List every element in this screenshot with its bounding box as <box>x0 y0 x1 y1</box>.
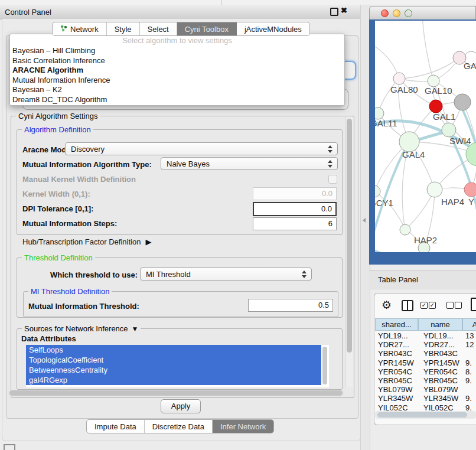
network-node[interactable] <box>442 123 456 137</box>
apply-button[interactable]: Apply <box>161 399 201 413</box>
data-attributes-list[interactable]: SelfLoopsTopologicalCoefficientBetweenne… <box>26 345 329 387</box>
settings-vertical-scrollbar-thumb[interactable] <box>347 119 352 353</box>
table-row[interactable]: YLR345WYLR345W9. <box>375 394 476 403</box>
table-horizontal-scrollbar-thumb[interactable] <box>377 412 467 418</box>
table-cell: YDL19... <box>375 331 418 340</box>
network-node[interactable] <box>464 182 476 197</box>
network-edge[interactable] <box>422 21 433 81</box>
attribute-list-item-selected[interactable]: SelfLoops <box>26 345 321 355</box>
tab-label: jActiveMNodules <box>244 25 302 34</box>
algorithm-option[interactable]: Bayesian – K2 <box>10 85 344 95</box>
gear-icon[interactable]: ⚙ <box>382 298 392 312</box>
hub-definition-label: Hub/Transcription Factor Definition <box>22 237 141 246</box>
splitter-collapse-icon[interactable] <box>363 218 366 223</box>
algorithm-option[interactable]: Bayesian – Hill Climbing <box>10 46 344 56</box>
network-node-label: GAL11 <box>375 118 397 128</box>
select-all-check-icon[interactable]: ✓ <box>420 302 428 309</box>
float-window-icon[interactable] <box>330 8 338 16</box>
window-minimize-light-icon[interactable] <box>393 9 400 17</box>
network-icon <box>60 25 67 34</box>
select-all-check-icon[interactable]: ✓ <box>429 302 436 309</box>
attribute-list-item-selected[interactable]: gal4RGexp <box>26 375 321 385</box>
cyni-mode-tabs: Impute DataDiscretize DataInfer Network <box>86 419 274 433</box>
sources-title[interactable]: Sources for Network Inference▼ <box>22 324 141 333</box>
network-node-label: SWI4 <box>449 136 471 146</box>
combo-spinner-icon <box>302 270 307 279</box>
table-row[interactable]: YBL079WYBL079W <box>375 385 476 394</box>
tab-style[interactable]: Style <box>107 22 140 35</box>
network-edge[interactable] <box>375 44 399 79</box>
table-row[interactable]: YDL19...YDL19...13 <box>375 331 476 340</box>
dpi-tolerance-field[interactable]: 0.0 <box>253 202 337 216</box>
table-row[interactable]: YDR27...YDR27...12 <box>375 340 476 349</box>
list-scrollbar-thumb[interactable] <box>322 347 327 384</box>
table-cell: YER054C <box>418 367 462 376</box>
column-header-name[interactable]: name <box>418 318 462 331</box>
window-close-light-icon[interactable] <box>381 9 389 17</box>
table-cell: YBL079W <box>418 385 462 394</box>
minimized-panel-icon[interactable] <box>4 444 15 450</box>
column-header-shared-name[interactable]: shared... <box>375 318 418 331</box>
network-canvas[interactable]: GALGAL80GAL10GAL1GAL11SWI4GAL4GCY1HAP4YH… <box>375 21 476 252</box>
mi-steps-field[interactable]: 6 <box>253 217 337 230</box>
which-threshold-label: Which threshold to use: <box>50 270 138 279</box>
aracne-mode-combo[interactable]: Discovery <box>65 142 338 155</box>
tab-label: Network <box>70 25 99 34</box>
screen: Control Panel ✖ NetworkStyleSelectCyni T… <box>0 0 476 450</box>
hub-definition-toggle[interactable]: Hub/Transcription Factor Definition▶ <box>22 237 151 246</box>
table-cell: 9. <box>462 394 476 403</box>
deselect-all-icon[interactable] <box>455 302 462 309</box>
network-node-label: HAP4 <box>441 197 464 207</box>
columns-icon-divider <box>407 301 408 310</box>
network-node[interactable] <box>399 132 419 152</box>
columns-icon[interactable] <box>402 300 413 311</box>
algorithm-option[interactable]: Mutual Information Inference <box>10 76 344 86</box>
table-row[interactable]: YBR045CYBR045C9. <box>375 376 476 385</box>
table-cell: 9. <box>462 376 476 385</box>
mi-type-combo[interactable]: Naive Bayes <box>161 157 338 170</box>
network-node[interactable] <box>375 107 384 119</box>
network-edge[interactable] <box>399 58 459 79</box>
attribute-list-item-selected[interactable]: TopologicalCoefficient <box>26 355 321 365</box>
which-threshold-combo[interactable]: MI Threshold <box>140 268 312 281</box>
table-row[interactable]: YPR145WYPR145W9. <box>375 358 476 367</box>
mi-threshold-label: Mutual Information Threshold: <box>28 302 139 311</box>
column-header-clipped[interactable]: A <box>462 318 476 331</box>
tab-label: Style <box>115 25 132 34</box>
settings-horizontal-scrollbar-thumb[interactable] <box>9 390 343 396</box>
tab-network[interactable]: Network <box>53 22 107 35</box>
network-node[interactable] <box>428 75 439 87</box>
table-cell: 12 <box>462 340 476 349</box>
tab-jactivemnodules[interactable]: jActiveMNodules <box>237 22 309 35</box>
table-cell: 13 <box>462 331 476 340</box>
tab-cyni-toolbox[interactable]: Cyni Toolbox <box>177 22 237 35</box>
network-node[interactable] <box>393 73 405 84</box>
algorithm-option[interactable]: Dream8 DC_TDC Algorithm <box>10 95 344 105</box>
algorithm-option[interactable]: ARACNE Algorithm <box>10 66 344 76</box>
tab-impute-data[interactable]: Impute Data <box>87 420 145 433</box>
table-cell: 8. <box>462 367 476 376</box>
network-node[interactable] <box>427 182 442 197</box>
tab-infer-network[interactable]: Infer Network <box>213 420 273 433</box>
mi-threshold-field[interactable]: 0.5 <box>248 299 333 312</box>
table-panel-title: Table Panel <box>378 275 418 284</box>
tab-discretize-data[interactable]: Discretize Data <box>145 420 213 433</box>
table-row[interactable]: YBR043CYBR043C <box>375 349 476 358</box>
network-node-label: GCY1 <box>375 198 393 208</box>
table-doc-icon[interactable] <box>471 298 476 311</box>
network-node[interactable] <box>400 224 410 235</box>
network-node[interactable] <box>454 94 471 110</box>
manual-kernel-checkbox[interactable] <box>328 175 337 184</box>
table-cell: YPR145W <box>418 358 462 367</box>
network-node[interactable] <box>429 100 442 113</box>
deselect-all-icon[interactable] <box>446 302 454 309</box>
window-zoom-light-icon[interactable] <box>405 9 412 17</box>
tab-select[interactable]: Select <box>140 22 177 35</box>
algorithm-option[interactable]: Basic Correlation Inference <box>10 56 344 66</box>
attribute-list-item-selected[interactable]: BetweennessCentrality <box>26 365 321 375</box>
kernel-width-field[interactable]: 0.0 <box>253 187 337 200</box>
table-cell: YBR045C <box>418 376 462 385</box>
close-icon[interactable]: ✖ <box>341 6 347 15</box>
threshold-definition-title: Threshold Definition <box>22 253 95 262</box>
table-row[interactable]: YER054CYER054C8. <box>375 367 476 376</box>
